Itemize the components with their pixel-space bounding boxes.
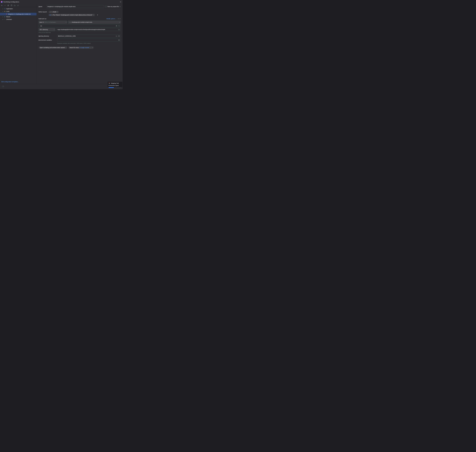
svg-rect-4 [4, 8, 6, 9]
env-row: Environment variables: [39, 39, 121, 41]
name-row: Name: Store as project file [39, 5, 121, 8]
tree-item-maven[interactable]: ▸ m Maven [0, 15, 37, 18]
jdk-select[interactable]: java 11 SDK of 'simpleapp-j ▾ [39, 21, 67, 24]
expand-icon[interactable] [118, 25, 120, 27]
tree-item-junit[interactable]: ▾ JUnit [0, 10, 37, 13]
tree-item-unknown[interactable]: ▸ ? Unknown [0, 18, 37, 21]
remove-task-icon[interactable]: × [93, 14, 94, 16]
env-hint: Separate variables with semicolon: VAR=v… [57, 43, 121, 44]
working-dir-input[interactable] [57, 35, 121, 38]
sort-config-button[interactable] [17, 4, 19, 7]
junit-test-icon [6, 13, 7, 15]
env-label: Environment variables: [39, 39, 56, 41]
before-launch-label: Before launch: [39, 11, 47, 13]
remove-option-icon[interactable]: × [65, 47, 66, 48]
help-button[interactable]: ? [2, 86, 4, 88]
close-button[interactable] [119, 1, 122, 3]
options-pills: Open run/debug tool window when started … [39, 46, 121, 49]
junit-icon [4, 11, 6, 12]
remove-option-icon[interactable]: × [92, 47, 93, 48]
application-icon [4, 8, 6, 10]
name-label: Name: [39, 6, 45, 7]
add-config-button[interactable] [1, 4, 3, 7]
snipping-tool-toast: ✂️ Snipping Tool Screenshot copied [107, 81, 123, 87]
chevron-down-icon: ▾ [66, 22, 66, 23]
chevron-down-icon: ⌄ [90, 47, 91, 48]
field-hint: Press Alt for field hints [39, 32, 121, 33]
content-panel: Name: Store as project file Before launc… [37, 4, 123, 84]
task-label: 1. Build [52, 11, 56, 13]
shortcut-hint: Alt+M [117, 18, 121, 20]
edit-templates-link[interactable]: Edit configuration templates... [0, 81, 37, 84]
maven-icon: m [4, 16, 6, 18]
remove-task-icon[interactable]: × [57, 11, 58, 13]
gear-icon[interactable] [119, 6, 121, 7]
svg-rect-2 [11, 5, 12, 6]
remove-config-button[interactable] [4, 4, 6, 7]
chevron-down-icon: ⌄ [115, 18, 116, 20]
chevron-down-icon: ▾ [54, 29, 54, 30]
modify-options-link[interactable]: Modify options ⌄ [107, 18, 116, 20]
tree-item-application[interactable]: ▸ Application [0, 7, 37, 10]
chevron-down-icon: ▾ [119, 22, 120, 23]
copy-config-button[interactable] [7, 4, 9, 7]
before-launch-section: Before launch: 1. Build × m 2. Run 'Mave… [39, 11, 121, 16]
directory-input[interactable] [56, 28, 121, 31]
tree-item-selected-config[interactable]: integtests in simpleapp-jdo-module-sin [0, 13, 37, 15]
hammer-icon [50, 11, 51, 13]
svg-rect-3 [11, 5, 12, 5]
save-config-button[interactable] [10, 4, 13, 7]
store-checkbox[interactable] [105, 6, 107, 7]
pill-label: Open run/debug tool window when started [40, 47, 65, 48]
dialog-footer: ? OK Can [0, 84, 123, 89]
folder-config-button[interactable] [14, 4, 16, 7]
list-icon[interactable] [118, 39, 120, 41]
titlebar: IJ Run/Debug Configurations [0, 0, 123, 4]
task-maven[interactable]: m 2. Run 'Maven 'simpleapp-jdo-module-si… [48, 14, 95, 16]
folder-icon[interactable] [116, 35, 117, 37]
unknown-icon: ? [4, 19, 6, 20]
tree-label: Application [6, 8, 13, 9]
sidebar: ▸ Application ▾ JUnit integtests in simp… [0, 4, 37, 84]
svg-point-5 [120, 6, 120, 7]
chevron-down-icon: ▾ [3, 11, 4, 12]
scope-select[interactable]: All in directory ▾ [39, 28, 55, 31]
env-input[interactable] [57, 39, 121, 41]
vmopts-input[interactable] [39, 25, 121, 27]
build-run-header: Build and run Modify options ⌄ Alt+M [39, 18, 121, 20]
search-tests-pill[interactable]: Search for tests: In single module ⌄ × [68, 46, 94, 49]
history-icon[interactable] [116, 25, 117, 27]
snip-title: ✂️ Snipping Tool [108, 82, 121, 84]
chevron-right-icon: ▸ [3, 19, 4, 20]
name-input[interactable] [46, 5, 104, 8]
config-tree: ▸ Application ▾ JUnit integtests in simp… [0, 7, 37, 81]
open-tool-window-pill[interactable]: Open run/debug tool window when started … [39, 46, 67, 49]
build-run-label: Build and run [39, 18, 47, 20]
snip-message: Screenshot copied [108, 85, 121, 86]
dialog-title: Run/Debug Configurations [3, 1, 19, 3]
scissors-icon: ✂️ [108, 82, 110, 84]
jdk-classpath-row: java 11 SDK of 'simpleapp-j ▾ -cp simple… [39, 21, 121, 24]
dialog-body: ▸ Application ▾ JUnit integtests in simp… [0, 4, 123, 84]
task-label: 2. Run 'Maven 'simpleapp-jdo-module-simp… [52, 14, 93, 16]
sidebar-toolbar [0, 4, 37, 7]
chevron-right-icon: ▸ [3, 16, 4, 17]
working-dir-row: Working directory: [39, 35, 121, 38]
add-task-button[interactable]: + [96, 14, 99, 16]
tree-label: Maven [6, 16, 10, 18]
intellij-icon: IJ [1, 1, 2, 3]
folder-icon[interactable] [118, 29, 120, 31]
tree-label: Unknown [6, 19, 12, 20]
history-icon[interactable] [118, 35, 120, 37]
maven-icon: m [50, 14, 51, 16]
directory-row: All in directory ▾ [39, 28, 121, 31]
tasks-column: 1. Build × m 2. Run 'Maven 'simpleapp-jd… [48, 11, 99, 16]
tree-label: integtests in simpleapp-jdo-module-sin [8, 13, 31, 15]
run-debug-dialog: IJ Run/Debug Configurations ▸ Applicatio… [0, 0, 123, 89]
task-build[interactable]: 1. Build × [48, 11, 59, 13]
chevron-right-icon: ▸ [3, 8, 4, 9]
pill-label: Search for tests: In single module [69, 47, 89, 48]
working-dir-label: Working directory: [39, 35, 56, 37]
classpath-select[interactable]: -cp simpleapp-jdo-module-simple-tests ▾ [68, 21, 121, 24]
tree-label: JUnit [6, 11, 9, 12]
